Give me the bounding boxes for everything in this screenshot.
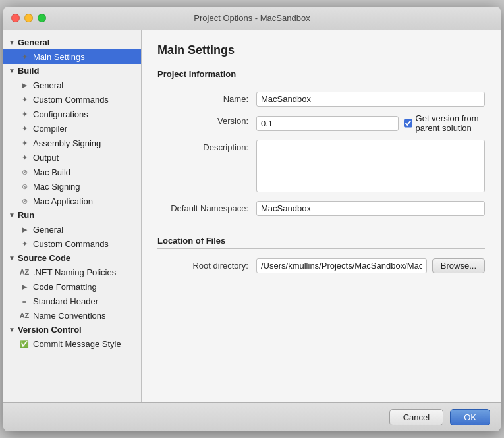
- lines-icon: ≡: [19, 296, 30, 306]
- sidebar-item-code-formatting[interactable]: ▶ Code Formatting: [3, 279, 141, 294]
- version-control: Get version from parent solution: [256, 113, 485, 133]
- sidebar-label-main-settings: Main Settings: [33, 52, 85, 62]
- sidebar-item-configurations[interactable]: ✦ Configurations: [3, 107, 141, 121]
- name-row: Name:: [157, 92, 485, 107]
- browse-button[interactable]: Browse...: [432, 258, 485, 273]
- root-dir-label: Root directory:: [157, 258, 256, 271]
- name-input[interactable]: [256, 92, 485, 107]
- cancel-button[interactable]: Cancel: [389, 409, 443, 425]
- general-section-label: General: [18, 38, 49, 47]
- sidebar-label-code-formatting: Code Formatting: [33, 282, 97, 292]
- namespace-input[interactable]: [256, 201, 485, 216]
- circle-x-icon: ⊗: [19, 167, 30, 177]
- circle-x-icon: ⊗: [19, 196, 30, 206]
- sidebar-label-net-naming: .NET Naming Policies: [33, 267, 116, 277]
- version-input[interactable]: [256, 116, 399, 131]
- ok-button[interactable]: OK: [450, 409, 490, 425]
- sidebar-item-run-custom-commands[interactable]: ✦ Custom Commands: [3, 236, 141, 251]
- root-dir-input[interactable]: [256, 258, 427, 273]
- traffic-lights: [11, 14, 46, 22]
- name-control: [256, 92, 485, 107]
- sidebar-label-run-general: General: [33, 225, 63, 234]
- gear-icon: ✦: [19, 51, 30, 62]
- sidebar-section-version-control[interactable]: ▼ Version Control: [3, 323, 141, 337]
- sidebar-label-standard-header: Standard Header: [33, 296, 98, 306]
- sidebar-item-mac-application[interactable]: ⊗ Mac Application: [3, 194, 141, 208]
- version-control-section-label: Version Control: [18, 325, 82, 335]
- sidebar-item-run-general[interactable]: ▶ General: [3, 222, 141, 236]
- arrow-icon: ▼: [9, 39, 15, 46]
- sidebar-label-run-custom-commands: Custom Commands: [33, 239, 109, 249]
- circle-x-icon: ⊗: [19, 181, 30, 192]
- arrow-icon: ▼: [9, 326, 15, 333]
- arrow-icon: ▼: [9, 67, 15, 74]
- sidebar-label-output: Output: [33, 153, 59, 163]
- sidebar-item-mac-build[interactable]: ⊗ Mac Build: [3, 165, 141, 179]
- sidebar-section-general[interactable]: ▼ General: [3, 36, 141, 49]
- gear-icon: ✦: [19, 238, 30, 249]
- gear-icon: ✦: [19, 109, 30, 119]
- gear-icon: ✦: [19, 123, 30, 134]
- version-checkbox-label: Get version from parent solution: [416, 113, 485, 133]
- sidebar-section-run[interactable]: ▼ Run: [3, 208, 141, 222]
- sidebar-item-mac-signing[interactable]: ⊗ Mac Signing: [3, 179, 141, 194]
- minimize-button[interactable]: [24, 14, 33, 22]
- version-row-inner: Get version from parent solution: [256, 113, 485, 133]
- sidebar-section-source-code[interactable]: ▼ Source Code: [3, 251, 141, 265]
- namespace-label: Default Namespace:: [157, 201, 256, 213]
- description-label: Description:: [157, 140, 256, 152]
- namespace-row: Default Namespace:: [157, 201, 485, 216]
- zoom-button[interactable]: [38, 14, 46, 22]
- description-textarea[interactable]: [256, 140, 485, 192]
- sidebar-label-mac-build: Mac Build: [33, 167, 70, 177]
- arrow-icon: ▼: [9, 254, 15, 261]
- description-control: [256, 140, 485, 194]
- check-circle-icon: ✅: [19, 339, 30, 349]
- gear-icon: ✦: [19, 152, 30, 163]
- main-panel: Main Settings Project Information Name: …: [142, 30, 501, 402]
- sidebar-label-custom-commands: Custom Commands: [33, 95, 109, 105]
- titlebar: Project Options - MacSandbox: [3, 7, 501, 30]
- version-row: Version: Get version from parent solutio…: [157, 113, 485, 133]
- sidebar-item-build-general[interactable]: ▶ General: [3, 78, 141, 92]
- description-row: Description:: [157, 140, 485, 194]
- arrow-icon: ▼: [9, 211, 15, 219]
- sidebar-item-assembly-signing[interactable]: ✦ Assembly Signing: [3, 136, 141, 150]
- sidebar-section-build[interactable]: ▼ Build: [3, 64, 141, 78]
- version-checkbox-container: Get version from parent solution: [404, 113, 485, 133]
- version-label: Version:: [157, 113, 256, 126]
- sidebar-item-name-conventions[interactable]: AZ Name Conventions: [3, 308, 141, 323]
- sidebar-item-custom-commands[interactable]: ✦ Custom Commands: [3, 92, 141, 107]
- sidebar-label-name-conventions: Name Conventions: [33, 311, 106, 321]
- az-small-icon: AZ: [19, 310, 30, 321]
- sidebar: ▼ General ✦ Main Settings ▼ Build ▶ Gene…: [3, 30, 142, 402]
- sidebar-item-commit-message[interactable]: ✅ Commit Message Style: [3, 337, 141, 351]
- content-area: ▼ General ✦ Main Settings ▼ Build ▶ Gene…: [3, 30, 501, 402]
- page-title: Main Settings: [157, 43, 485, 57]
- sidebar-label-assembly-signing: Assembly Signing: [33, 138, 101, 148]
- location-header: Location of Files: [157, 236, 485, 249]
- namespace-control: [256, 201, 485, 216]
- bottom-bar: Cancel OK: [3, 402, 501, 431]
- root-dir-control: Browse...: [256, 258, 485, 273]
- sidebar-item-net-naming[interactable]: AZ .NET Naming Policies: [3, 265, 141, 279]
- version-checkbox[interactable]: [404, 119, 412, 128]
- sidebar-label-configurations: Configurations: [33, 109, 88, 119]
- window: Project Options - MacSandbox ▼ General ✦…: [3, 7, 501, 431]
- root-dir-row: Root directory: Browse...: [157, 258, 485, 273]
- sidebar-label-build-general: General: [33, 80, 63, 90]
- sidebar-label-compiler: Compiler: [33, 124, 67, 134]
- gear-icon: ✦: [19, 138, 30, 148]
- sidebar-item-standard-header[interactable]: ≡ Standard Header: [3, 294, 141, 308]
- sidebar-item-output[interactable]: ✦ Output: [3, 150, 141, 165]
- sidebar-label-mac-signing: Mac Signing: [33, 182, 80, 192]
- project-info-header: Project Information: [157, 69, 485, 82]
- run-section-label: Run: [18, 210, 34, 220]
- close-button[interactable]: [11, 14, 20, 22]
- root-dir-inner: Browse...: [256, 258, 485, 273]
- play-icon: ▶: [19, 224, 30, 234]
- sidebar-item-compiler[interactable]: ✦ Compiler: [3, 121, 141, 136]
- sidebar-item-main-settings[interactable]: ✦ Main Settings: [3, 49, 141, 64]
- sidebar-label-commit-message: Commit Message Style: [33, 339, 121, 349]
- play-gear-icon: ▶: [19, 281, 30, 292]
